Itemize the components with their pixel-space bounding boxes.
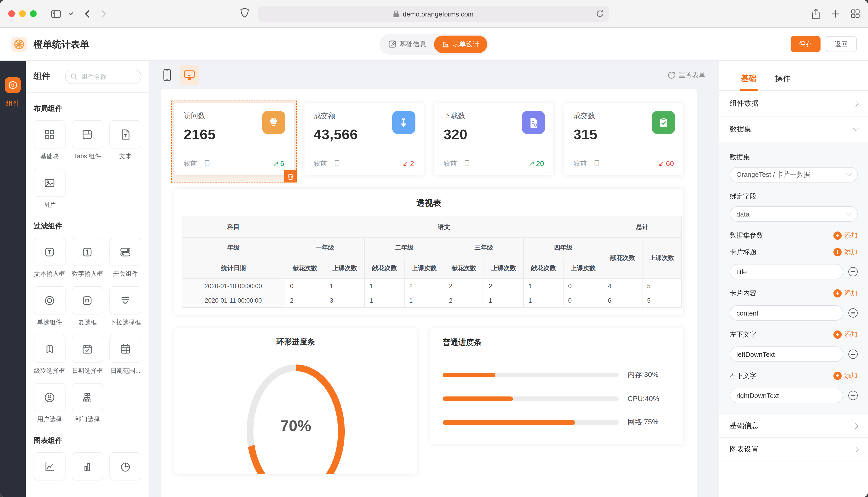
pivot-table: 科目 语文 总计 年级 一年级 二年级 三年级 四年级 献花次数 上课次数: [182, 216, 682, 308]
component-tile-pie-chart[interactable]: [110, 452, 141, 481]
section-chart-components: 图表组件: [33, 436, 141, 445]
remove-icon[interactable]: [849, 267, 858, 276]
remove-icon[interactable]: [849, 308, 858, 317]
chevron-right-icon: [853, 423, 859, 429]
stat-card-amount[interactable]: 成交额 43,566 ¥ 较前一日 ↙2: [304, 103, 424, 175]
row-chart-settings[interactable]: 图表设置: [719, 438, 868, 462]
stat-card-downloads[interactable]: 下载数 320 较前一日 ↗20: [434, 103, 553, 175]
mobile-preview-icon[interactable]: [163, 69, 171, 82]
progress-row-cpu: CPU:40%: [443, 394, 671, 403]
add-card-content-button[interactable]: + 添加: [833, 289, 858, 298]
trend-up-icon: ↗: [273, 159, 278, 168]
components-rail-button[interactable]: [5, 77, 20, 93]
reload-icon[interactable]: [596, 9, 604, 18]
add-left-down-text-button[interactable]: + 添加: [833, 330, 858, 339]
component-tile-tabs[interactable]: Tabs 组件: [71, 120, 103, 161]
add-card-title-button[interactable]: + 添加: [833, 247, 858, 257]
stat-card-deals-slot[interactable]: 成交数 315 较前一日 ↙60: [564, 103, 684, 175]
component-tile-date-picker[interactable]: 日期选择框: [71, 335, 103, 375]
card-title-input[interactable]: title: [730, 264, 843, 280]
search-icon: [71, 73, 78, 80]
address-bar[interactable]: demo.orangeforms.com: [258, 6, 609, 22]
right-down-text-input[interactable]: rightDownText: [730, 388, 843, 403]
zoom-window-button[interactable]: [30, 10, 37, 17]
minimize-window-button[interactable]: [19, 10, 26, 17]
component-tile-basic-block[interactable]: 基础块: [33, 120, 65, 161]
component-tile-bar-chart[interactable]: [71, 452, 103, 481]
remove-icon[interactable]: [849, 350, 858, 359]
row-dataset[interactable]: 数据集: [719, 116, 868, 142]
chevron-down-icon: [846, 210, 852, 216]
close-window-button[interactable]: [8, 10, 15, 17]
tab-form-design[interactable]: 表单设计: [434, 35, 487, 53]
org-tree-icon: [81, 391, 94, 403]
forward-button[interactable]: [101, 10, 106, 18]
plus-icon: +: [833, 330, 842, 339]
stat-card-downloads-slot[interactable]: 下载数 320 较前一日 ↗20: [434, 103, 553, 175]
component-tile-user-select[interactable]: 用户选择: [33, 383, 65, 424]
delete-widget-button[interactable]: [284, 170, 297, 183]
component-tile-select[interactable]: 下拉选择框: [110, 286, 141, 327]
chevron-down-icon: [846, 171, 852, 177]
back-button-app[interactable]: 返回: [826, 36, 857, 52]
radio-icon: [43, 294, 56, 307]
component-tile-cascader[interactable]: 级联选择框: [33, 335, 65, 375]
share-icon[interactable]: [812, 9, 820, 19]
chevron-down-icon[interactable]: [68, 12, 73, 15]
sidebar-toggle-icon[interactable]: [51, 10, 61, 18]
stat-card-deals[interactable]: 成交数 315 较前一日 ↙60: [564, 103, 684, 175]
desktop-preview-icon[interactable]: [180, 65, 199, 85]
component-tile-image[interactable]: 图片: [33, 169, 65, 209]
add-dataset-param-button[interactable]: + 添加: [833, 231, 858, 240]
stat-card-visits[interactable]: 访问数 2165 较前一日 ↗6: [175, 103, 294, 175]
add-right-down-text-button[interactable]: + 添加: [833, 371, 858, 381]
new-tab-icon[interactable]: [831, 10, 840, 18]
pivot-table-card[interactable]: 透视表 科目 语文 总计 年级 一年级 二年级: [175, 189, 683, 315]
component-tile-text-input[interactable]: 文本输入框: [33, 238, 65, 279]
row-component-data[interactable]: 组件数据: [719, 91, 868, 116]
component-tile-checkbox[interactable]: 复选框: [71, 286, 103, 327]
calendar-check-icon: [81, 343, 94, 355]
privacy-shield-icon[interactable]: [240, 8, 249, 17]
component-search[interactable]: [65, 69, 141, 84]
left-down-text-label: 左下文字: [730, 330, 757, 339]
save-button[interactable]: 保存: [790, 36, 821, 52]
bind-field-select[interactable]: data: [730, 206, 858, 222]
tab-basic-info-label: 基础信息: [399, 40, 426, 49]
stat-card-visits-slot[interactable]: 访问数 2165 较前一日 ↗6: [175, 103, 294, 175]
dropdown-icon: [119, 294, 132, 307]
component-tile-date-range[interactable]: 日期范围...: [110, 335, 141, 375]
component-tile-text[interactable]: 文本: [110, 120, 141, 161]
pivot-corner-date: 统计日期: [182, 258, 285, 279]
left-down-text-input[interactable]: leftDownText: [730, 346, 843, 362]
card-content-input[interactable]: content: [730, 305, 843, 321]
progress-bars-card[interactable]: 普通进度条 内存:30% CPU:40% 网络:75%: [430, 328, 683, 444]
tab-overview-icon[interactable]: [851, 9, 860, 18]
ring-progress-card[interactable]: 环形进度条 70%: [175, 328, 417, 474]
back-button[interactable]: [85, 10, 90, 18]
stat-card-amount-slot[interactable]: 成交额 43,566 ¥ 较前一日 ↙2: [304, 103, 424, 175]
plus-icon: +: [833, 289, 842, 297]
dataset-select[interactable]: OrangeTest / 卡片一数据: [730, 167, 858, 183]
bulb-icon: [262, 111, 285, 134]
component-tile-line-chart[interactable]: [33, 452, 65, 481]
pivot-corner-subject: 科目: [182, 217, 285, 238]
component-tile-dept-select[interactable]: 部门选择: [71, 383, 103, 424]
pivot-subject-group: 语文: [285, 217, 603, 238]
reset-form-button[interactable]: 重置表单: [668, 70, 705, 80]
plus-icon: +: [833, 372, 842, 380]
tab-basic[interactable]: 基础: [741, 74, 757, 90]
plus-icon: +: [833, 231, 842, 240]
tab-actions[interactable]: 操作: [775, 74, 790, 90]
search-input[interactable]: [81, 72, 132, 81]
component-tile-radio[interactable]: 单选组件: [33, 286, 65, 327]
component-tile-number-input[interactable]: 数字输入框: [71, 238, 103, 279]
tab-basic-info[interactable]: 基础信息: [381, 35, 434, 53]
row-basic-info[interactable]: 基础信息: [719, 414, 868, 438]
bar-chart-tile-icon: [81, 460, 94, 472]
remove-icon[interactable]: [849, 391, 858, 400]
pivot-corner-grade: 年级: [182, 238, 285, 258]
component-panel-title: 组件: [33, 71, 50, 82]
chevron-right-icon: [853, 101, 859, 106]
component-tile-switch[interactable]: 开关组件: [110, 238, 141, 279]
